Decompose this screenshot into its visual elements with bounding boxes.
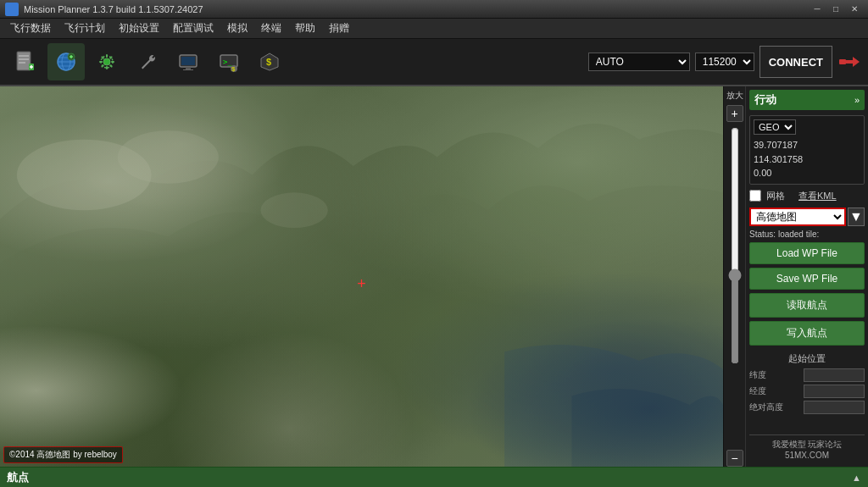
lng-field-row: 经度 xyxy=(749,385,865,398)
load-wp-file-button[interactable]: Load WP File xyxy=(749,242,865,264)
alt-field-row: 绝对高度 xyxy=(749,401,865,414)
coord-section: GEO UTM 39.707187 114.301758 0.00 xyxy=(749,115,865,185)
app-icon xyxy=(5,3,19,16)
tool-terminal[interactable]: >_ $ xyxy=(210,43,248,80)
app-title: Mission Planner 1.3.7 build 1.1.5307.240… xyxy=(24,4,203,14)
zoom-label: 放大 xyxy=(726,90,743,102)
bottom-label: 航点 xyxy=(7,470,29,485)
svg-point-27 xyxy=(17,140,152,211)
alt-field-input[interactable] xyxy=(804,401,865,414)
svg-rect-20 xyxy=(183,69,193,70)
lat-field-input[interactable] xyxy=(804,368,865,382)
zoom-out-button[interactable]: − xyxy=(726,450,743,467)
status-row: Status: loaded tile: xyxy=(749,230,865,239)
grid-label: 网格 xyxy=(766,190,785,202)
minimize-button[interactable]: ─ xyxy=(809,3,826,16)
menu-flight-data[interactable]: 飞行数据 xyxy=(3,19,58,37)
coord-values: 39.707187 114.301758 0.00 xyxy=(754,138,860,180)
grid-checkbox[interactable] xyxy=(749,190,761,202)
map-type-select[interactable]: 高德地图 Google地图 Bing地图 OpenStreetMap xyxy=(749,208,846,226)
svg-point-29 xyxy=(260,192,327,228)
write-waypoints-button[interactable]: 写入航点 xyxy=(749,321,865,346)
menu-bar: 飞行数据 飞行计划 初始设置 配置调试 模拟 终端 帮助 捐赠 xyxy=(0,19,868,39)
svg-rect-26 xyxy=(839,59,846,64)
zoom-in-button[interactable]: + xyxy=(726,105,743,122)
panel-title: 行动 xyxy=(754,92,776,108)
svg-rect-2 xyxy=(19,58,29,60)
menu-donate[interactable]: 捐赠 xyxy=(322,19,356,37)
coord-type-select[interactable]: GEO UTM xyxy=(754,119,796,135)
lng-value: 114.301758 xyxy=(754,152,860,167)
zoom-slider[interactable] xyxy=(728,127,742,364)
svg-point-15 xyxy=(103,58,110,65)
title-bar: Mission Planner 1.3.7 build 1.1.5307.240… xyxy=(0,0,868,19)
copyright-text: ©2014 高德地图 by rebelboy xyxy=(3,446,123,463)
view-kml-link[interactable]: 查看KML xyxy=(798,190,837,202)
grid-row: 网格 查看KML xyxy=(749,188,865,204)
lat-value: 39.707187 xyxy=(754,138,860,152)
menu-simulation[interactable]: 模拟 xyxy=(220,19,254,37)
toolbar-right: AUTO 115200 CONNECT xyxy=(588,46,861,78)
menu-initial-setup[interactable]: 初始设置 xyxy=(112,19,166,37)
tool-flight-data[interactable] xyxy=(7,43,44,80)
menu-flight-plan[interactable]: 飞行计划 xyxy=(58,19,112,37)
forum-site: 51MX.COM xyxy=(749,451,865,460)
svg-rect-0 xyxy=(17,52,31,70)
connect-icon xyxy=(837,50,861,74)
panel-header: 行动 » xyxy=(749,90,865,110)
forum-text: 我爱模型 玩家论坛 xyxy=(749,439,865,451)
bottom-expand-button[interactable]: ▲ xyxy=(852,473,861,483)
start-pos-section: 起始位置 纬度 经度 绝对高度 xyxy=(749,352,865,417)
svg-text:$: $ xyxy=(231,65,236,73)
lng-field-label: 经度 xyxy=(749,385,766,397)
forum-link: 我爱模型 玩家论坛 51MX.COM xyxy=(749,434,865,463)
map-select-row: 高德地图 Google地图 Bing地图 OpenStreetMap ▼ xyxy=(749,208,865,226)
save-wp-file-button[interactable]: Save WP File xyxy=(749,268,865,290)
mode-select[interactable]: AUTO xyxy=(588,53,690,71)
lng-field-input[interactable] xyxy=(804,385,865,398)
tool-settings[interactable] xyxy=(88,43,125,80)
start-pos-title: 起始位置 xyxy=(749,352,865,365)
svg-text:$: $ xyxy=(266,57,271,67)
crosshair: + xyxy=(357,276,366,291)
svg-point-28 xyxy=(118,130,219,184)
window-controls: ─ □ ✕ xyxy=(809,3,863,16)
toolbar: >_ $ $ AUTO 115200 CONNECT xyxy=(0,39,868,86)
alt-value: 0.00 xyxy=(754,166,860,180)
svg-rect-1 xyxy=(19,55,29,57)
maximize-button[interactable]: □ xyxy=(827,3,844,16)
baud-select[interactable]: 115200 xyxy=(695,53,754,71)
close-button[interactable]: ✕ xyxy=(846,3,863,16)
svg-rect-19 xyxy=(186,67,191,69)
read-waypoints-button[interactable]: 读取航点 xyxy=(749,293,865,318)
coord-type-row: GEO UTM xyxy=(754,119,860,135)
zoom-slider-container xyxy=(728,124,742,448)
alt-field-label: 绝对高度 xyxy=(749,401,783,413)
menu-terminal[interactable]: 终端 xyxy=(254,19,288,37)
title-bar-left: Mission Planner 1.3.7 build 1.1.5307.240… xyxy=(5,3,203,16)
zoom-sidebar: 放大 + − xyxy=(723,86,745,467)
svg-rect-3 xyxy=(19,62,25,64)
main-content: + ©2014 高德地图 by rebelboy 放大 + − 行动 » GEO… xyxy=(0,86,868,467)
tool-simulation[interactable] xyxy=(170,43,207,80)
tool-donate[interactable]: $ xyxy=(251,43,288,80)
menu-help[interactable]: 帮助 xyxy=(288,19,322,37)
menu-config-debug[interactable]: 配置调试 xyxy=(166,19,220,37)
map-select-dropdown-button[interactable]: ▼ xyxy=(848,208,865,226)
panel-expand-button[interactable]: » xyxy=(854,95,860,105)
status-text: Status: loaded tile: xyxy=(749,230,819,239)
svg-rect-18 xyxy=(181,57,195,65)
tool-map[interactable] xyxy=(47,43,85,80)
connect-button[interactable]: CONNECT xyxy=(760,46,832,78)
lat-field-row: 纬度 xyxy=(749,368,865,382)
right-panel: 行动 » GEO UTM 39.707187 114.301758 0.00 网… xyxy=(745,86,868,467)
bottom-bar: 航点 ▲ xyxy=(0,467,868,487)
lat-field-label: 纬度 xyxy=(749,369,766,381)
tool-config[interactable] xyxy=(129,43,166,80)
map-area[interactable]: + ©2014 高德地图 by rebelboy xyxy=(0,86,723,467)
